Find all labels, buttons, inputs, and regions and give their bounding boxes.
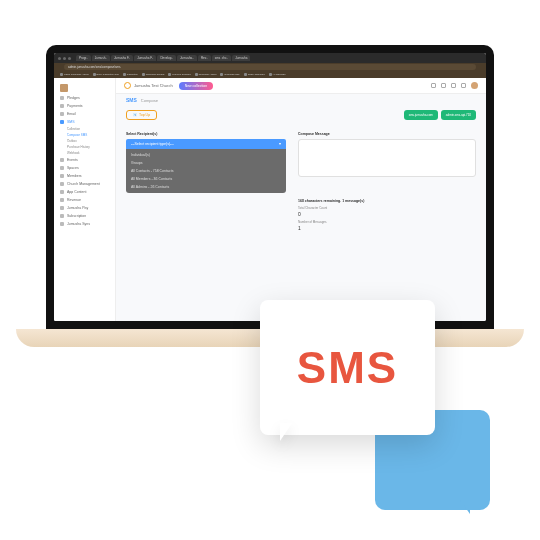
sidebar-icon [60,158,64,162]
sidebar-icon [60,214,64,218]
browser-tab[interactable]: Jumusha.. [177,55,197,61]
refresh-icon[interactable] [431,83,436,88]
sidebar-icon [60,206,64,210]
sidebar-icon [60,166,64,170]
sidebar-item[interactable]: Jumusha Pay [54,204,115,212]
bookmark-item[interactable]: Jumusha Rec [220,73,239,76]
browser-tab[interactable]: Jumusha [232,55,250,61]
sidebar-icon [60,222,64,226]
sidebar-label: App Content [67,190,86,194]
sidebar-icon [60,112,64,116]
content: 📧 Top Up sms.jumusha.com admin.sms.api.7… [116,106,486,321]
help-icon[interactable] [461,83,466,88]
url-field[interactable]: admin.jumusha.com/sms/compose/sms [64,64,476,70]
browser-tab[interactable]: Jumusha F.. [134,55,156,61]
chevron-down-icon: ▾ [279,142,281,146]
sidebar-item[interactable]: Email [54,110,115,118]
bell-icon[interactable] [451,83,456,88]
sms-text: SMS [297,343,398,393]
sidebar-icon [60,96,64,100]
sidebar-label: Revenue [67,198,81,202]
browser-tab[interactable]: Progr.. [76,55,91,61]
recipient-label: Select Recipient(s) [126,132,286,136]
green-btn-a[interactable]: sms.jumusha.com [404,110,438,120]
bookmark-item[interactable]: Collective [123,73,138,76]
sidebar-label: Members [67,174,82,178]
white-speech-bubble: SMS [260,300,435,435]
sidebar-icon [60,182,64,186]
sidebar-icon [60,104,64,108]
main-area: Jumusha Test Church New collection SMS C… [116,78,486,321]
char-count-value: 0 [298,211,476,217]
sidebar-item[interactable]: Jumusha Syns [54,220,115,228]
bookmark-item[interactable]: All Records [269,73,286,76]
sidebar-item[interactable]: Events [54,156,115,164]
dropdown-option[interactable]: All Admins - 26 Contacts [126,183,286,191]
sidebar-icon [60,198,64,202]
mail-icon[interactable] [441,83,446,88]
sidebar-item[interactable]: SMS [54,118,115,126]
sidebar-label: Jumusha Pay [67,206,88,210]
topbar-icons [431,82,478,89]
sidebar-item[interactable]: Subscription [54,212,115,220]
dropdown-list: Individual(s)GroupsAll Contacts - 758 Co… [126,149,286,193]
topbar: Jumusha Test Church New collection [116,78,486,94]
sidebar-item[interactable]: App Content [54,188,115,196]
browser-tab[interactable]: Jumusha F.. [111,55,133,61]
new-collection-pill[interactable]: New collection [179,82,214,90]
sidebar-label: Jumusha Syns [67,222,90,226]
breadcrumb: SMS Compose [116,94,486,106]
browser-tab[interactable]: sms_chc.. [212,55,232,61]
sidebar-label: Spaces [67,166,79,170]
sidebar-label: Subscription [67,214,86,218]
browser-tab[interactable]: Jumush.. [92,55,110,61]
sidebar-item[interactable]: Pledges [54,94,115,102]
message-textarea[interactable] [298,139,476,177]
sidebar-item[interactable]: Members [54,172,115,180]
char-count-label: Total Character Count [298,206,476,210]
dropdown-option[interactable]: Groups [126,159,286,167]
window-controls[interactable] [58,57,71,60]
browser-tab[interactable]: Rev.. [198,55,211,61]
bookmark-item[interactable]: Jomusha CRane [142,73,165,76]
dropdown-option[interactable]: All Members - 36 Contacts [126,175,286,183]
address-bar: admin.jumusha.com/sms/compose/sms [54,63,486,71]
sidebar-label: Email [67,112,76,116]
sidebar-label: Pledges [67,96,80,100]
sidebar-label: Events [67,158,78,162]
bookmark-item[interactable]: Daily Collective Sun [93,73,119,76]
msg-count-value: 1 [298,225,476,231]
sidebar-item[interactable]: Payments [54,102,115,110]
breadcrumb-sub: Compose [141,98,158,103]
counter-block: 160 characters remaining. 1 message(s) T… [298,199,476,231]
counter-header: 160 characters remaining. 1 message(s) [298,199,476,203]
dropdown-option[interactable]: Individual(s) [126,151,286,159]
sidebar-icon [60,174,64,178]
bookmark-item[interactable]: SaaS Jumusha Admin [60,73,89,76]
sidebar: PledgesPaymentsEmailSMSCollectionCompose… [54,78,116,321]
logo-icon [60,84,68,92]
bookmark-item[interactable]: Surveys Expand [168,73,190,76]
recipient-dropdown[interactable]: ---Select recipient type(s)--- ▾ Individ… [126,139,286,193]
screen: Progr..Jumush..Jumusha F..Jumusha F..Dev… [54,53,486,321]
bookmarks-bar: SaaS Jumusha AdminDaily Collective SunCo… [54,71,486,78]
msg-count-label: Number of Messages [298,220,476,224]
sidebar-item[interactable]: Spaces [54,164,115,172]
browser-tab[interactable]: Develop.. [157,55,176,61]
dropdown-option[interactable]: All Contacts - 758 Contacts [126,167,286,175]
sidebar-icon [60,190,64,194]
org-title: Jumusha Test Church [124,82,173,89]
browser-tabs-bar: Progr..Jumush..Jumusha F..Jumusha F..Dev… [54,53,486,63]
sidebar-label: SMS [67,120,75,124]
avatar[interactable] [471,82,478,89]
sidebar-label: Payments [67,104,83,108]
dropdown-selected: ---Select recipient type(s)--- [131,142,174,146]
sidebar-label: Church Management [67,182,100,186]
green-btn-b[interactable]: admin.sms.api.710 [441,110,476,120]
sidebar-item[interactable]: Church Management [54,180,115,188]
sidebar-item[interactable]: Revenue [54,196,115,204]
bookmark-item[interactable]: Jumusha Admin [195,73,217,76]
bookmark-item[interactable]: SaaS Jumusha [244,73,265,76]
topup-button[interactable]: 📧 Top Up [126,110,157,120]
app-shell: PledgesPaymentsEmailSMSCollectionCompose… [54,78,486,321]
